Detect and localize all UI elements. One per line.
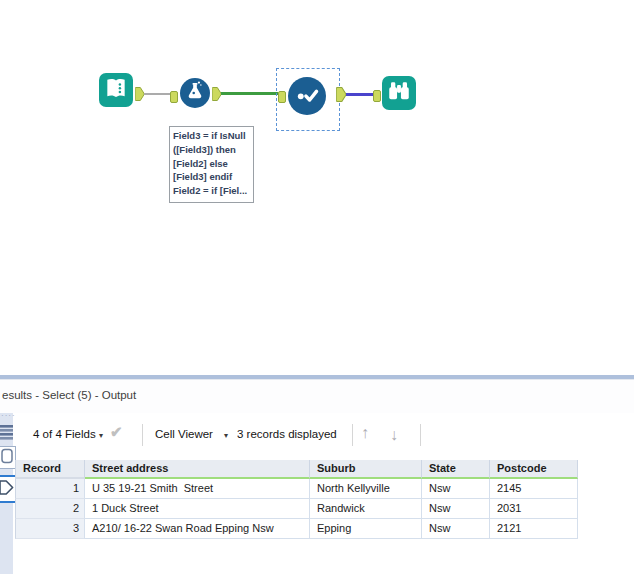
chevron-down-icon[interactable]: ▾ [99, 431, 103, 440]
cell-street-address[interactable]: A210/ 16-22 Swan Road Epping Nsw [85, 519, 310, 539]
data-grid-icon[interactable] [0, 421, 18, 443]
cell-state[interactable]: Nsw [422, 499, 490, 519]
output-anchor[interactable] [135, 87, 145, 105]
cell-postcode[interactable]: 2145 [490, 479, 578, 499]
input-anchor[interactable] [170, 89, 178, 107]
input-data-tool[interactable] [99, 73, 133, 107]
workflow-canvas[interactable]: Field3 = if IsNull ([Field3]) then [Fiel… [0, 0, 634, 375]
cell-street-address[interactable]: U 35 19-21 Smith Street [85, 479, 310, 499]
cell-viewer-dropdown[interactable]: Cell Viewer [155, 428, 213, 440]
drag-handle-dots[interactable]: ···· [1, 411, 16, 420]
table-row: 3 A210/ 16-22 Swan Road Epping Nsw Eppin… [15, 519, 578, 539]
column-header-postcode[interactable]: Postcode [490, 460, 578, 479]
alteryx-window: Field3 = if IsNull ([Field3]) then [Fiel… [0, 0, 634, 574]
apply-checkmark-icon[interactable]: ✔ [110, 423, 123, 441]
column-header-street-address[interactable]: Street address [85, 460, 310, 479]
table-header-row: Record Street address Suburb State Postc… [15, 460, 578, 479]
cell-state[interactable]: Nsw [422, 479, 490, 499]
cell-postcode[interactable]: 2121 [490, 519, 578, 539]
cell-street-address[interactable]: 1 Duck Street [85, 499, 310, 519]
output-anchor-icon [0, 478, 14, 501]
column-header-suburb[interactable]: Suburb [310, 460, 422, 479]
arrow-down-icon[interactable]: ↓ [390, 426, 398, 444]
arrow-up-icon[interactable]: ↑ [361, 424, 369, 442]
fields-dropdown[interactable]: 4 of 4 Fields [33, 428, 96, 440]
cell-record[interactable]: 2 [15, 499, 85, 519]
column-header-state[interactable]: State [422, 460, 490, 479]
cell-postcode[interactable]: 2031 [490, 499, 578, 519]
cell-record[interactable]: 1 [15, 479, 85, 499]
records-displayed-label: 3 records displayed [237, 428, 337, 440]
binoculars-browse-icon [386, 78, 412, 108]
select-tool[interactable] [288, 77, 326, 115]
browse-tool[interactable] [382, 76, 416, 110]
cell-suburb[interactable]: North Kellyville [310, 479, 422, 499]
table-row: 1 U 35 19-21 Smith Street North Kellyvil… [15, 479, 578, 499]
toolbar-separator [352, 424, 353, 446]
output-anchor[interactable] [212, 87, 222, 105]
cell-suburb[interactable]: Epping [310, 519, 422, 539]
toolbar-separator [142, 424, 143, 446]
connection-wire[interactable] [346, 93, 374, 96]
formula-annotation[interactable]: Field3 = if IsNull ([Field3]) then [Fiel… [169, 126, 254, 203]
column-header-record[interactable]: Record [15, 460, 85, 479]
input-anchor[interactable] [278, 89, 286, 107]
connection-wire[interactable] [144, 93, 171, 95]
input-anchor[interactable] [373, 88, 381, 106]
check-select-icon [294, 81, 321, 112]
book-input-icon [103, 75, 129, 105]
formula-tool[interactable] [180, 78, 210, 108]
input-anchor-icon [1, 448, 13, 468]
flask-formula-icon [184, 80, 206, 106]
results-panel-title: esults - Select (5) - Output [2, 389, 136, 401]
connection-wire[interactable] [221, 92, 278, 95]
results-panel-titlebar: esults - Select (5) - Output [0, 380, 634, 413]
cell-state[interactable]: Nsw [422, 519, 490, 539]
cell-suburb[interactable]: Randwick [310, 499, 422, 519]
output-anchor[interactable] [336, 87, 347, 106]
chevron-down-icon[interactable]: ▾ [224, 431, 228, 440]
results-table: Record Street address Suburb State Postc… [15, 460, 578, 539]
table-row: 2 1 Duck Street Randwick Nsw 2031 [15, 499, 578, 519]
input-anchor-button[interactable] [0, 446, 16, 469]
cell-record[interactable]: 3 [15, 519, 85, 539]
toolbar-separator [420, 424, 421, 446]
